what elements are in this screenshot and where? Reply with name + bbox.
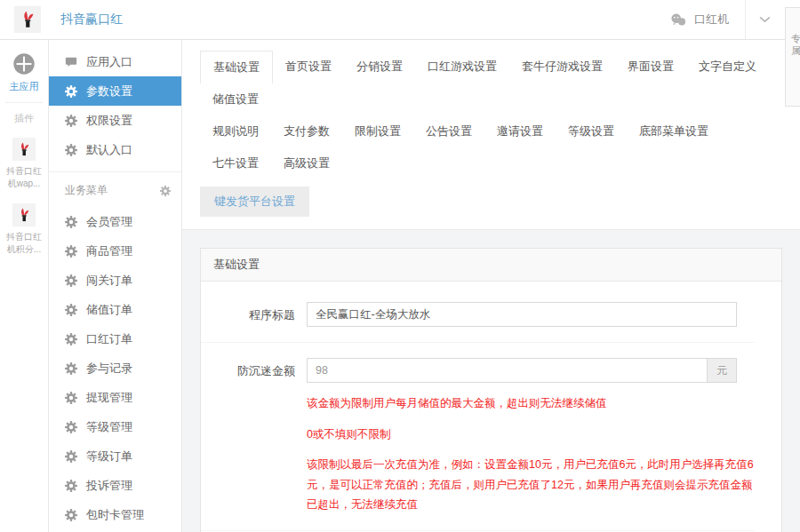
app-logo: [14, 6, 41, 33]
tab-lipstick-game-settings[interactable]: 口红游戏设置: [415, 51, 509, 83]
menu-item-label: 提现管理: [86, 390, 132, 406]
rail-divider: [5, 102, 43, 103]
menu-item-stored-value-orders[interactable]: 储值订单: [49, 295, 181, 324]
tab-distribution-settings[interactable]: 分销设置: [344, 51, 415, 83]
wechat-icon: [670, 13, 687, 27]
menu-item-label: 默认入口: [86, 142, 132, 158]
menu-item-level-orders[interactable]: 等级订单: [49, 441, 181, 471]
main-content: 基础设置 首页设置 分销设置 口红游戏设置 套牛仔游戏设置 界面设置 文字自定义…: [182, 40, 800, 532]
panel-wrap: 基础设置 程序标题 防: [182, 230, 800, 532]
menu-item-challenge-orders[interactable]: 闯关订单: [49, 266, 181, 295]
menu-item-label: 等级订单: [86, 449, 132, 465]
account-menu[interactable]: 口红机: [654, 12, 745, 28]
app-rail: 主应用 插件 抖音口红机wap... 抖音口红机积分...: [0, 40, 49, 532]
tab-invite-settings[interactable]: 邀请设置: [484, 115, 556, 147]
menu-item-label: 商品管理: [86, 243, 132, 259]
gear-icon: [65, 333, 77, 345]
lipstick-logo-icon: [18, 10, 37, 29]
tab-advanced-settings[interactable]: 高级设置: [271, 147, 342, 179]
menu-item-timecard-mgmt[interactable]: 包时卡管理: [49, 500, 181, 529]
menu-item-level-mgmt[interactable]: 等级管理: [49, 412, 181, 441]
menu-item-label: 包时卡管理: [86, 507, 144, 523]
gear-icon: [65, 144, 77, 156]
menu-item-label: 参数设置: [86, 83, 132, 99]
menu-item-complaint-mgmt[interactable]: 投诉管理: [49, 471, 181, 500]
rail-item-plugin-points[interactable]: 抖音口红机积分...: [0, 203, 48, 255]
rail-item-plugin-wap[interactable]: 抖音口红机wap...: [0, 138, 48, 189]
menu-item-label: 储值订单: [86, 302, 132, 318]
tab-bottom-menu-settings[interactable]: 底部菜单设置: [627, 115, 721, 147]
plugin-caption: 抖音口红机积分...: [3, 231, 45, 255]
program-title-input[interactable]: [308, 303, 736, 326]
tab-row-1: 基础设置 首页设置 分销设置 口红游戏设置 套牛仔游戏设置 界面设置 文字自定义…: [200, 51, 789, 115]
menu-item-label: 应用入口: [86, 54, 132, 70]
menu-item-permission-settings[interactable]: 权限设置: [49, 106, 181, 135]
field-label: 防沉迷金额: [201, 358, 295, 515]
field-label: 程序标题: [201, 302, 295, 327]
chat-bubble-icon: [65, 56, 77, 68]
tab-level-settings[interactable]: 等级设置: [556, 115, 627, 147]
basic-settings-card: 基础设置 程序标题 防: [200, 248, 782, 532]
gear-icon: [65, 245, 77, 258]
tab-stored-value-settings[interactable]: 储值设置: [200, 83, 271, 115]
tab-basic-settings[interactable]: 基础设置: [200, 51, 273, 83]
menu-item-lipstick-orders[interactable]: 口红订单: [49, 324, 181, 353]
gear-icon: [65, 421, 77, 433]
tab-cowboy-game-settings[interactable]: 套牛仔游戏设置: [509, 51, 615, 83]
account-dropdown-toggle[interactable]: [745, 0, 784, 39]
form-row-program-title: 程序标题: [201, 287, 755, 343]
rail-section-label: 插件: [0, 112, 48, 125]
menu-item-param-settings[interactable]: 参数设置: [49, 76, 181, 106]
tab-announcement-settings[interactable]: 公告设置: [413, 115, 484, 147]
tab-row-2: 规则说明 支付参数 限制设置 公告设置 邀请设置 等级设置 底部菜单设置 七牛设…: [200, 115, 789, 179]
menu-item-default-entry[interactable]: 默认入口: [49, 135, 181, 164]
plugin-thumb: [12, 203, 36, 226]
gear-icon: [65, 304, 77, 316]
tab-shipping-platform-settings[interactable]: 键发货平台设置: [200, 187, 309, 217]
menu-item-participation-records[interactable]: 参与记录: [49, 353, 181, 383]
tab-limit-settings[interactable]: 限制设置: [342, 115, 413, 147]
gear-icon: [65, 216, 77, 228]
account-label: 口红机: [694, 12, 729, 28]
gear-icon[interactable]: [160, 186, 171, 196]
lipstick-logo-icon: [16, 207, 32, 223]
tab-home-settings[interactable]: 首页设置: [273, 51, 344, 83]
menu-item-label: 闯关订单: [86, 273, 132, 289]
menu-item-member-mgmt[interactable]: 会员管理: [49, 207, 181, 236]
anti-addiction-tip-1: 该金额为限制用户每月储值的最大金额，超出则无法继续储值: [307, 393, 755, 414]
top-bar: 抖音赢口红 口红机: [0, 0, 800, 40]
tab-rules[interactable]: 规则说明: [200, 115, 271, 147]
gear-icon: [65, 274, 77, 287]
menu-item-product-mgmt[interactable]: 商品管理: [49, 236, 181, 266]
tab-payment-params[interactable]: 支付参数: [271, 115, 342, 147]
menu-section-label: 业务菜单: [65, 183, 108, 198]
menu-item-app-entry[interactable]: 应用入口: [49, 47, 181, 76]
menu-item-withdraw-mgmt[interactable]: 提现管理: [49, 383, 181, 412]
menu-item-label: 口红订单: [86, 331, 132, 347]
tab-row-3: 键发货平台设置: [200, 179, 789, 229]
menu-item-label: 参与记录: [86, 361, 132, 377]
menu-item-label: 权限设置: [86, 113, 132, 129]
gear-icon: [65, 115, 77, 127]
anti-addiction-tip-2: 0或不填则不限制: [307, 425, 755, 445]
tab-qiniu-settings[interactable]: 七牛设置: [200, 147, 271, 179]
menu-item-label: 会员管理: [86, 214, 132, 230]
edge-side-tab[interactable]: 专 属: [785, 7, 800, 107]
anti-addiction-tip-3: 该限制以最后一次充值为准，例如：设置金额10元，用户已充值6元，此时用户选择再充…: [307, 455, 755, 515]
app-window: 抖音赢口红 口红机 专 属 主应用 插件: [0, 0, 800, 532]
gear-icon: [65, 480, 77, 492]
gear-icon: [65, 85, 77, 98]
menu-item-label: 投诉管理: [86, 478, 132, 494]
input-suffix-yuan: 元: [707, 359, 736, 382]
edge-tab-char1: 专: [791, 33, 800, 45]
app-title: 抖音赢口红: [60, 12, 123, 28]
tabs-area: 基础设置 首页设置 分销设置 口红游戏设置 套牛仔游戏设置 界面设置 文字自定义…: [182, 40, 800, 230]
lipstick-logo-icon: [16, 141, 32, 157]
sidebar-menu: 应用入口 参数设置 权限设置 默认入口 业务菜单 会员管理 商品管理 闯关订单 …: [49, 40, 182, 532]
tab-text-custom[interactable]: 文字自定义: [686, 51, 769, 83]
gear-icon: [65, 509, 77, 521]
tab-ui-settings[interactable]: 界面设置: [615, 51, 686, 83]
anti-addiction-input[interactable]: [308, 359, 707, 382]
rail-item-main-app[interactable]: 主应用: [0, 52, 48, 93]
menu-section-business: 业务菜单: [49, 171, 181, 207]
